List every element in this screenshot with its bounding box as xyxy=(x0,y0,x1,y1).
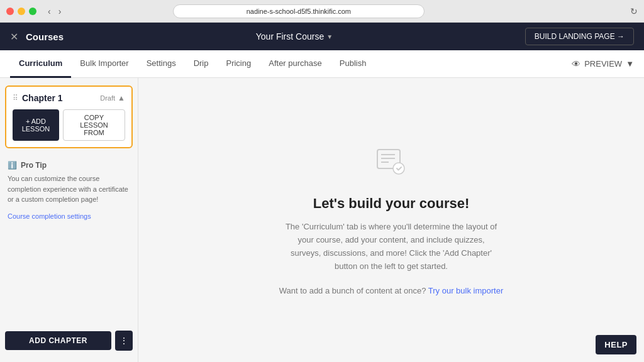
minimize-window-btn[interactable] xyxy=(18,8,25,15)
browser-right: ↻ xyxy=(630,6,638,16)
sidebar: ⠿ Chapter 1 Draft ▲ + ADD LESSON COPY LE… xyxy=(0,78,138,362)
chapter-title: Chapter 1 xyxy=(22,93,100,103)
back-btn[interactable]: ‹ xyxy=(45,5,53,18)
help-button[interactable]: HELP xyxy=(596,335,636,354)
add-chapter-label: ADD CHAPTER xyxy=(29,336,87,345)
maximize-window-btn[interactable] xyxy=(29,8,36,15)
nav-arrows: ‹ › xyxy=(45,5,64,18)
drag-handle-icon[interactable]: ⠿ xyxy=(13,94,18,102)
tab-curriculum[interactable]: Curriculum xyxy=(10,50,71,78)
chapter-card: ⠿ Chapter 1 Draft ▲ + ADD LESSON COPY LE… xyxy=(5,85,133,148)
pro-tip-text: You can customize the course completion … xyxy=(8,173,130,205)
tab-bulk-importer[interactable]: Bulk Importer xyxy=(71,50,137,78)
course-dropdown-icon: ▼ xyxy=(326,33,333,40)
copy-lesson-label: COPY LESSON FROM xyxy=(80,114,108,136)
add-lesson-button[interactable]: + ADD LESSON xyxy=(13,109,59,141)
preview-label: PREVIEW xyxy=(584,59,622,69)
more-options-button[interactable]: ⋮ xyxy=(115,331,133,351)
bulk-prefix-text: Want to add a bunch of content at once? xyxy=(279,286,426,295)
course-completion-link[interactable]: Course completion settings xyxy=(8,212,91,220)
course-title-selector[interactable]: Your First Course ▼ xyxy=(256,31,333,41)
bulk-importer-link[interactable]: Try our bulk importer xyxy=(428,286,503,295)
chapter-actions: + ADD LESSON COPY LESSON FROM xyxy=(13,109,125,141)
header-close-icon[interactable]: ✕ xyxy=(10,31,18,43)
bulk-importer-prompt: Want to add a bunch of content at once? … xyxy=(279,286,504,295)
tab-publish[interactable]: Publish xyxy=(331,50,375,78)
welcome-title: Let's build your course! xyxy=(313,195,470,212)
preview-button[interactable]: 👁 PREVIEW ▼ xyxy=(572,59,634,69)
more-icon: ⋮ xyxy=(119,336,128,346)
pro-tip-header: ℹ️ Pro Tip xyxy=(8,161,130,170)
forward-btn[interactable]: › xyxy=(56,5,64,18)
close-window-btn[interactable] xyxy=(6,8,14,15)
draft-badge: Draft xyxy=(100,94,115,102)
pro-tip-title: Pro Tip xyxy=(21,161,47,170)
course-title-text: Your First Course xyxy=(256,31,324,41)
nav-tabs: Curriculum Bulk Importer Settings Drip P… xyxy=(0,50,644,78)
url-text: nadine-s-school-d5f5.thinkific.com xyxy=(247,8,351,15)
chapter-header: ⠿ Chapter 1 Draft ▲ xyxy=(13,93,125,103)
preview-arrow: ▼ xyxy=(626,59,634,69)
browser-chrome: ‹ › nadine-s-school-d5f5.thinkific.com ↻ xyxy=(0,0,644,23)
main-content-area: Let's build your course! The 'Curriculum… xyxy=(138,78,644,362)
chapter-collapse-icon[interactable]: ▲ xyxy=(118,94,125,102)
tab-drip[interactable]: Drip xyxy=(185,50,218,78)
svg-point-4 xyxy=(393,163,404,174)
welcome-description: The 'Curriculum' tab is where you'll det… xyxy=(284,221,498,273)
build-landing-page-button[interactable]: BUILD LANDING PAGE → xyxy=(525,28,634,45)
add-lesson-label: + ADD LESSON xyxy=(19,118,53,133)
header-brand: Courses xyxy=(26,31,64,42)
main-layout: ⠿ Chapter 1 Draft ▲ + ADD LESSON COPY LE… xyxy=(0,78,644,362)
info-icon: ℹ️ xyxy=(8,161,17,170)
tab-settings[interactable]: Settings xyxy=(138,50,185,78)
chapter-status: Draft ▲ xyxy=(100,94,125,102)
eye-icon: 👁 xyxy=(572,59,580,69)
tab-pricing[interactable]: Pricing xyxy=(217,50,260,78)
address-bar[interactable]: nadine-s-school-d5f5.thinkific.com xyxy=(173,4,425,18)
pro-tip: ℹ️ Pro Tip You can customize the course … xyxy=(5,155,133,327)
copy-lesson-button[interactable]: COPY LESSON FROM xyxy=(63,109,125,141)
help-label: HELP xyxy=(604,340,628,349)
add-chapter-button[interactable]: ADD CHAPTER xyxy=(5,331,111,350)
app-header: ✕ Courses Your First Course ▼ BUILD LAND… xyxy=(0,23,644,50)
sidebar-footer: ADD CHAPTER ⋮ xyxy=(5,327,133,354)
window-controls xyxy=(6,8,36,15)
reload-icon[interactable]: ↻ xyxy=(630,6,638,16)
build-landing-page-label: BUILD LANDING PAGE → xyxy=(535,32,625,41)
tab-after-purchase[interactable]: After purchase xyxy=(260,50,331,78)
course-build-icon xyxy=(374,145,409,185)
